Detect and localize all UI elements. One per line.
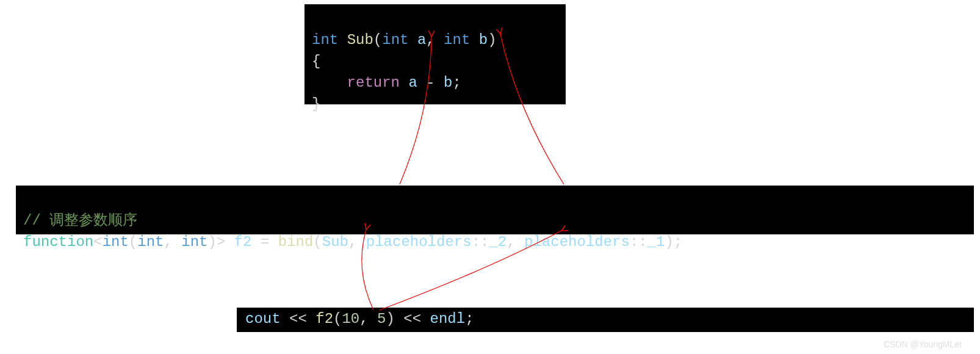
tmpl-close: > — [217, 234, 225, 250]
function-template: function — [23, 234, 93, 250]
arg-5: 5 — [377, 311, 386, 327]
scope1: :: — [472, 234, 489, 250]
call-comma: , — [359, 311, 368, 327]
op-minus: - — [426, 74, 434, 91]
paren-open2: ( — [129, 234, 137, 250]
call-f2: f2 — [315, 311, 333, 327]
assign: = — [261, 234, 269, 250]
keyword-int: int — [312, 32, 338, 48]
comma1: , — [164, 234, 172, 250]
ph1: _1 — [647, 234, 665, 250]
ph2: _2 — [489, 234, 506, 250]
shl1: << — [289, 311, 307, 327]
func-name-sub: Sub — [347, 32, 373, 48]
ret-b: b — [444, 74, 452, 91]
paren-open: ( — [373, 32, 382, 48]
code-block-sub-definition: int Sub(int a, int b) { return a - b; } — [304, 4, 566, 104]
paren-close2: ) — [208, 234, 217, 250]
tmpl-open: < — [93, 234, 102, 250]
cout: cout — [245, 311, 281, 327]
endl: endl — [430, 311, 466, 327]
placeholders1: placeholders — [366, 234, 472, 250]
ret-type: int — [103, 234, 129, 250]
bind-open: ( — [313, 234, 322, 250]
scope2: :: — [630, 234, 647, 250]
arg-10: 10 — [342, 311, 359, 327]
placeholders2: placeholders — [524, 234, 630, 250]
param1-name: a — [417, 32, 426, 48]
watermark-text: CSDN @YoungMLet — [884, 339, 962, 349]
brace-open: { — [312, 53, 320, 70]
semi: ; — [452, 74, 461, 91]
param1-type: int — [382, 32, 408, 48]
arg1-type: int — [137, 234, 164, 250]
code-block-bind-statement: // 调整参数顺序 function<int(int, int)> f2 = b… — [16, 186, 974, 234]
semi3: ; — [465, 311, 474, 327]
arg2-type: int — [181, 234, 207, 250]
bind-call: bind — [278, 234, 314, 250]
var-f2: f2 — [234, 234, 252, 250]
call-close: ) — [386, 311, 394, 327]
comma2: , — [348, 234, 357, 250]
shl2: << — [403, 311, 421, 327]
param2-name: b — [479, 32, 488, 48]
semi2: ; — [674, 234, 682, 250]
comment-line: // 调整参数顺序 — [23, 212, 137, 229]
paren-close: ) — [488, 32, 496, 48]
keyword-return: return — [347, 74, 400, 91]
comma3: , — [506, 234, 515, 250]
param2-type: int — [444, 32, 470, 48]
comma: , — [426, 32, 434, 48]
brace-close: } — [312, 96, 320, 112]
code-block-cout-call: cout << f2(10, 5) << endl; — [237, 308, 974, 332]
ret-a: a — [408, 74, 417, 91]
bind-fn-sub: Sub — [322, 234, 348, 250]
call-open: ( — [333, 311, 342, 327]
bind-close: ) — [665, 234, 674, 250]
